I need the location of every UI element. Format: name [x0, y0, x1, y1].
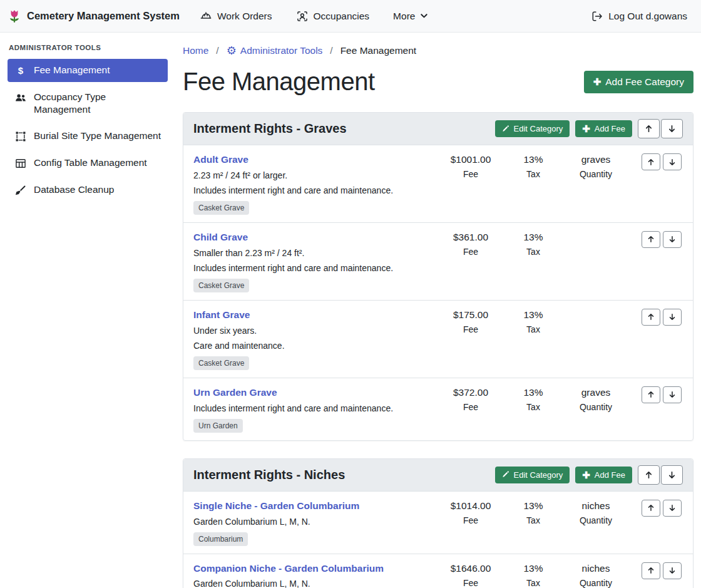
logout-button[interactable]: Log Out d.gowans [591, 10, 687, 23]
tax-label: Tax [505, 576, 561, 588]
fee-column: $1014.00 Fee [436, 498, 505, 527]
move-fee-down-button[interactable] [663, 562, 682, 579]
move-fee-up-button[interactable] [642, 500, 660, 517]
move-fee-down-button[interactable] [663, 500, 682, 517]
sidebar-item-fee-management[interactable]: $ Fee Management [8, 59, 168, 82]
fee-type-badge: Columbarium [193, 532, 248, 546]
move-fee-down-button[interactable] [663, 386, 682, 403]
add-fee-category-button[interactable]: ✚ Add Fee Category [584, 71, 693, 93]
tax-column: 13% Tax [505, 230, 561, 259]
add-fee-category-label: Add Fee Category [605, 76, 684, 88]
tax-amount: 13% [505, 307, 561, 322]
add-fee-button[interactable]: ✚ Add Fee [575, 467, 632, 483]
fee-name-link[interactable]: Single Niche - Garden Columbarium [193, 498, 359, 514]
move-fee-up-button[interactable] [642, 231, 660, 248]
fee-amount: $175.00 [436, 307, 505, 322]
app-brand[interactable]: Cemetery Management System [6, 8, 180, 24]
tax-amount: 13% [505, 230, 561, 245]
sidebar-item-config-table-management[interactable]: Config Table Management [8, 152, 168, 175]
move-fee-up-button[interactable] [642, 153, 660, 170]
sidebar-item-occupancy-type-management[interactable]: Occupancy Type Management [8, 86, 168, 121]
sidebar-item-label: Burial Site Type Management [34, 130, 161, 142]
tax-column: 13% Tax [505, 152, 561, 181]
breadcrumb-admin-tools-link[interactable]: ⚙ Administrator Tools [227, 45, 323, 56]
fee-name-link[interactable]: Child Grave [193, 230, 248, 245]
admin-sidebar: ADMINISTRATOR TOOLS $ Fee Management Occ… [0, 33, 175, 588]
fee-name-link[interactable]: Companion Niche - Garden Columbarium [193, 561, 384, 577]
move-fee-up-button[interactable] [642, 309, 660, 326]
sidebar-item-label: Database Cleanup [34, 183, 114, 196]
fee-column: $361.00 Fee [436, 230, 505, 259]
sidebar-item-label: Occupancy Type Management [34, 91, 161, 116]
logout-icon [591, 10, 603, 23]
gear-icon: ⚙ [227, 45, 237, 56]
fee-label: Fee [436, 322, 505, 336]
tulip-logo-icon [6, 8, 23, 24]
quantity-unit: niches [561, 498, 630, 513]
nav-more[interactable]: More [393, 11, 428, 22]
logout-label: Log Out d.gowans [608, 11, 687, 22]
plus-icon: ✚ [582, 124, 590, 133]
fee-type-badge: Casket Grave [193, 279, 249, 292]
fee-label: Fee [436, 167, 505, 181]
fee-row-single-niche: Single Niche - Garden Columbarium Garden… [183, 492, 693, 554]
nav-work-orders[interactable]: Work Orders [200, 10, 272, 23]
tax-amount: 13% [505, 152, 561, 167]
quantity-unit: graves [561, 152, 630, 167]
fee-label: Fee [436, 513, 505, 527]
move-category-up-button[interactable] [638, 465, 660, 485]
table-icon [14, 157, 28, 170]
fee-column: $175.00 Fee [436, 307, 505, 336]
sidebar-item-burial-site-type-management[interactable]: Burial Site Type Management [8, 125, 168, 148]
category-title: Interment Rights - Graves [193, 121, 347, 136]
nav-work-orders-label: Work Orders [217, 11, 272, 22]
tax-label: Tax [505, 167, 561, 181]
move-category-up-button[interactable] [638, 119, 660, 138]
add-fee-label: Add Fee [595, 124, 625, 133]
plus-icon: ✚ [593, 77, 601, 86]
fee-name-link[interactable]: Adult Grave [193, 152, 248, 168]
pencil-icon [502, 125, 509, 133]
tax-label: Tax [505, 322, 561, 336]
fee-type-badge: Casket Grave [193, 201, 249, 215]
fee-label: Fee [436, 245, 505, 259]
nav-more-label: More [393, 11, 415, 22]
quantity-label: Quantity [561, 400, 630, 414]
sidebar-item-label: Fee Management [34, 64, 110, 76]
move-fee-up-button[interactable] [642, 562, 660, 579]
category-title: Interment Rights - Niches [193, 468, 345, 482]
fee-amount: $1014.00 [436, 498, 505, 513]
fee-category-card-graves: Interment Rights - Graves Edit Category … [183, 112, 693, 441]
fee-description: Includes interment right and care and ma… [193, 183, 436, 198]
breadcrumb-separator: / [330, 45, 332, 56]
fee-name-link[interactable]: Infant Grave [193, 307, 250, 323]
hard-hat-icon [200, 10, 212, 23]
fee-type-badge: Casket Grave [193, 356, 249, 370]
tax-amount: 13% [505, 385, 561, 400]
add-fee-button[interactable]: ✚ Add Fee [575, 120, 632, 137]
fee-name-link[interactable]: Urn Garden Grave [193, 385, 277, 401]
fee-column: $1646.00 Fee [436, 561, 505, 588]
tax-label: Tax [505, 513, 561, 527]
quantity-unit: graves [561, 385, 630, 400]
tax-amount: 13% [505, 561, 561, 576]
move-fee-down-button[interactable] [663, 309, 682, 326]
breadcrumb-separator: / [216, 45, 218, 56]
fee-amount: $1001.00 [436, 152, 505, 167]
move-fee-down-button[interactable] [663, 153, 682, 170]
move-category-down-button[interactable] [661, 465, 683, 485]
move-fee-up-button[interactable] [642, 386, 660, 403]
page-title: Fee Management [183, 68, 375, 96]
nav-occupancies[interactable]: Occupancies [296, 10, 370, 23]
breadcrumb-home-link[interactable]: Home [183, 45, 208, 56]
sidebar-heading: ADMINISTRATOR TOOLS [8, 44, 168, 59]
sidebar-item-database-cleanup[interactable]: Database Cleanup [8, 178, 168, 202]
edit-category-button[interactable]: Edit Category [495, 467, 570, 483]
move-fee-down-button[interactable] [663, 231, 682, 248]
edit-category-button[interactable]: Edit Category [495, 120, 570, 137]
move-category-down-button[interactable] [661, 119, 683, 138]
fee-description: Garden Columbarium L, M, N. [193, 576, 436, 588]
fee-row-child-grave: Child Grave Smaller than 2.23 m² / 24 ft… [183, 223, 693, 301]
fee-label: Fee [436, 576, 505, 588]
sidebar-item-label: Config Table Management [34, 157, 147, 169]
